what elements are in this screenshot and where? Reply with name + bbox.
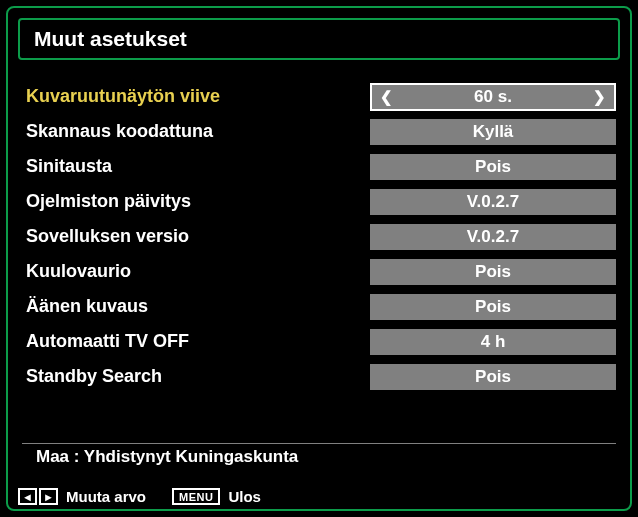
setting-label: Kuvaruutunäytön viive — [22, 86, 370, 107]
setting-value-text: Kyllä — [473, 122, 514, 142]
setting-value[interactable]: V.0.2.7 — [370, 224, 616, 250]
setting-value[interactable]: Kyllä — [370, 119, 616, 145]
setting-value-text: Pois — [475, 262, 511, 282]
setting-value[interactable]: Pois — [370, 259, 616, 285]
setting-row[interactable]: KuulovaurioPois — [22, 255, 616, 288]
setting-value[interactable]: Pois — [370, 154, 616, 180]
setting-row[interactable]: SinitaustaPois — [22, 150, 616, 183]
setting-row[interactable]: Kuvaruutunäytön viive❮60 s.❯ — [22, 80, 616, 113]
setting-value-text: 4 h — [481, 332, 506, 352]
setting-value[interactable]: Pois — [370, 364, 616, 390]
footer-divider — [22, 443, 616, 444]
setting-value-text: Pois — [475, 157, 511, 177]
change-value-label: Muuta arvo — [66, 488, 146, 505]
setting-value[interactable]: Pois — [370, 294, 616, 320]
arrow-left-icon: ◄ — [18, 488, 37, 505]
chevron-left-icon[interactable]: ❮ — [380, 88, 393, 106]
setting-row[interactable]: Standby SearchPois — [22, 360, 616, 393]
setting-value-text: Pois — [475, 367, 511, 387]
setting-value-text: Pois — [475, 297, 511, 317]
setting-row[interactable]: Sovelluksen versioV.0.2.7 — [22, 220, 616, 253]
setting-value[interactable]: ❮60 s.❯ — [370, 83, 616, 111]
setting-value-text: V.0.2.7 — [467, 192, 519, 212]
setting-label: Äänen kuvaus — [22, 296, 370, 317]
setting-value[interactable]: 4 h — [370, 329, 616, 355]
settings-list: Kuvaruutunäytön viive❮60 s.❯Skannaus koo… — [22, 80, 616, 395]
setting-label: Sinitausta — [22, 156, 370, 177]
setting-label: Ojelmiston päivitys — [22, 191, 370, 212]
setting-row[interactable]: Ojelmiston päivitysV.0.2.7 — [22, 185, 616, 218]
bottom-bar: ◄ ► Muuta arvo MENU Ulos — [18, 488, 620, 505]
title-box: Muut asetukset — [18, 18, 620, 60]
setting-label: Skannaus koodattuna — [22, 121, 370, 142]
menu-button-icon[interactable]: MENU — [172, 488, 220, 505]
chevron-right-icon[interactable]: ❯ — [593, 88, 606, 106]
setting-label: Standby Search — [22, 366, 370, 387]
setting-row[interactable]: Automaatti TV OFF4 h — [22, 325, 616, 358]
setting-value-text: 60 s. — [474, 87, 512, 107]
setting-row[interactable]: Skannaus koodattunaKyllä — [22, 115, 616, 148]
setting-value[interactable]: V.0.2.7 — [370, 189, 616, 215]
page-title: Muut asetukset — [34, 27, 187, 51]
arrow-right-icon: ► — [39, 488, 58, 505]
setting-label: Sovelluksen versio — [22, 226, 370, 247]
country-info: Maa : Yhdistynyt Kuningaskunta — [36, 447, 298, 467]
setting-label: Kuulovaurio — [22, 261, 370, 282]
nav-arrows-icon[interactable]: ◄ ► — [18, 488, 58, 505]
exit-label: Ulos — [228, 488, 261, 505]
setting-row[interactable]: Äänen kuvausPois — [22, 290, 616, 323]
setting-value-text: V.0.2.7 — [467, 227, 519, 247]
setting-label: Automaatti TV OFF — [22, 331, 370, 352]
